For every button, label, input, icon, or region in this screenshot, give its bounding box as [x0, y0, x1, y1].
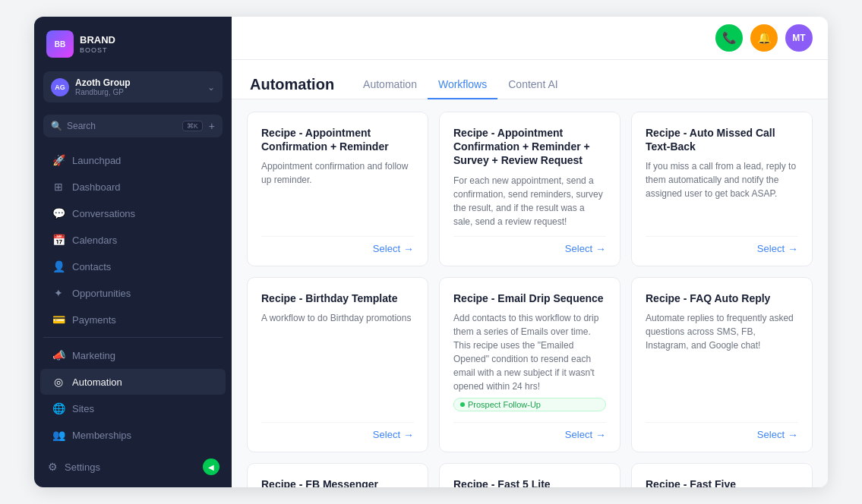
- recipe-desc: If you miss a call from a lead, reply to…: [646, 159, 798, 228]
- automation-icon: ◎: [52, 376, 65, 388]
- sidebar-item-launchpad[interactable]: 🚀 Launchpad: [40, 147, 226, 173]
- app-shell: BB BRAND BOOST AG Azoth Group Randburg, …: [34, 17, 828, 487]
- dashboard-icon: ⊞: [52, 181, 65, 193]
- search-box[interactable]: 🔍 Search ⌘K +: [43, 115, 223, 137]
- logo-icon: BB: [46, 30, 74, 58]
- cards-area: Recipe - Appointment Confirmation + Remi…: [232, 99, 828, 487]
- recipe-title: Recipe - Email Drip Sequence: [453, 291, 606, 305]
- settings-item[interactable]: ⚙ Settings: [46, 461, 100, 473]
- sidebar-item-label: Contacts: [72, 261, 111, 272]
- sidebar-item-memberships[interactable]: 👥 Memberships: [40, 422, 226, 448]
- main-content: 📞 🔔 MT Automation Automation Workflows C…: [232, 17, 828, 487]
- marketing-icon: 📣: [52, 349, 65, 361]
- recipe-title: Recipe - Auto Missed Call Text-Back: [646, 126, 798, 153]
- search-kbd: ⌘K: [182, 121, 203, 131]
- select-button[interactable]: Select →: [757, 243, 798, 255]
- sidebar-item-payments[interactable]: 💳 Payments: [40, 307, 226, 332]
- settings-label: Settings: [65, 461, 100, 473]
- recipe-desc: Automate replies to frequently asked que…: [646, 311, 798, 414]
- sidebar-item-contacts[interactable]: 👤 Contacts: [40, 254, 226, 279]
- settings-icon: ⚙: [46, 461, 58, 473]
- recipe-card: Recipe - FAQ Auto Reply Automate replies…: [631, 277, 813, 452]
- brand-sub: BOOST: [80, 46, 115, 54]
- cards-grid: Recipe - Appointment Confirmation + Remi…: [247, 112, 813, 487]
- tab-workflows[interactable]: Workflows: [428, 71, 497, 99]
- sidebar: BB BRAND BOOST AG Azoth Group Randburg, …: [34, 17, 232, 487]
- card-footer: Select →: [261, 236, 414, 255]
- tab-content-ai[interactable]: Content AI: [497, 71, 568, 99]
- recipe-desc: For each new appointment, send a confirm…: [453, 174, 606, 228]
- opportunities-icon: ✦: [52, 287, 65, 299]
- recipe-card: Recipe - Appointment Confirmation + Remi…: [439, 112, 620, 266]
- select-button[interactable]: Select →: [373, 429, 414, 441]
- user-avatar-button[interactable]: MT: [785, 24, 813, 52]
- recipe-title: Recipe - FAQ Auto Reply: [646, 291, 798, 305]
- recipe-title: Recipe - Fast 5 Lite: [453, 477, 606, 487]
- arrow-icon: →: [595, 243, 606, 255]
- search-placeholder: Search: [67, 121, 178, 131]
- recipe-card: Recipe - Fast Five The odds of closing a…: [631, 463, 813, 487]
- arrow-icon: →: [403, 429, 414, 441]
- notifications-button[interactable]: 🔔: [750, 24, 778, 52]
- recipe-card: Recipe - Appointment Confirmation + Remi…: [247, 112, 428, 266]
- sidebar-item-label: Opportunities: [72, 288, 131, 299]
- tabs: Automation Workflows Content AI: [352, 71, 569, 99]
- arrow-icon: →: [595, 429, 606, 441]
- sidebar-item-label: Marketing: [72, 350, 115, 361]
- payments-icon: 💳: [52, 313, 65, 326]
- select-button[interactable]: Select →: [565, 243, 606, 255]
- conversations-icon: 💬: [52, 207, 65, 219]
- add-icon[interactable]: +: [209, 120, 215, 132]
- sidebar-item-automation[interactable]: ◎ Automation: [40, 369, 226, 395]
- sidebar-footer: ⚙ Settings ◀: [34, 451, 232, 487]
- tag-dot: [460, 402, 465, 407]
- card-footer: Select →: [646, 236, 798, 255]
- recipe-title: Recipe - FB Messenger: [261, 477, 414, 487]
- sidebar-item-dashboard[interactable]: ⊞ Dashboard: [40, 174, 226, 200]
- arrow-icon: →: [788, 429, 798, 441]
- sidebar-item-label: Dashboard: [72, 181, 121, 193]
- sidebar-item-calendars[interactable]: 📅 Calendars: [40, 227, 226, 253]
- sidebar-item-marketing[interactable]: 📣 Marketing: [40, 342, 226, 368]
- collapse-sidebar-button[interactable]: ◀: [203, 458, 219, 475]
- phone-button[interactable]: 📞: [715, 24, 743, 52]
- recipe-desc: A workflow to do Birthday promotions: [261, 311, 414, 414]
- sidebar-item-label: Launchpad: [72, 155, 121, 166]
- arrow-icon: →: [788, 243, 798, 255]
- launchpad-icon: 🚀: [52, 154, 65, 166]
- sidebar-item-opportunities[interactable]: ✦ Opportunities: [40, 280, 226, 306]
- recipe-card: Recipe - Auto Missed Call Text-Back If y…: [631, 112, 813, 266]
- sidebar-item-sites[interactable]: 🌐 Sites: [40, 395, 226, 421]
- account-sub: Randburg, GP: [75, 88, 201, 96]
- collapse-icon: ◀: [208, 463, 214, 471]
- sites-icon: 🌐: [52, 402, 65, 414]
- account-selector[interactable]: AG Azoth Group Randburg, GP ⌄: [43, 71, 223, 102]
- search-icon: 🔍: [51, 121, 62, 131]
- recipe-card: Recipe - Birthday Template A workflow to…: [247, 277, 428, 452]
- recipe-card: Recipe - Email Drip Sequence Add contact…: [439, 277, 620, 452]
- sidebar-item-label: Memberships: [72, 430, 131, 441]
- tab-automation[interactable]: Automation: [352, 71, 428, 99]
- contacts-icon: 👤: [52, 260, 65, 272]
- select-button[interactable]: Select →: [757, 429, 798, 441]
- recipe-title: Recipe - Fast Five: [646, 477, 798, 487]
- prospect-tag: Prospect Follow-Up: [453, 398, 606, 411]
- select-button[interactable]: Select →: [373, 243, 414, 255]
- page-title: Automation: [250, 76, 334, 93]
- page-inner: Automation Automation Workflows Content …: [232, 60, 828, 487]
- brand-name: BRAND: [80, 34, 115, 46]
- memberships-icon: 👥: [52, 429, 65, 441]
- card-footer: Select →: [261, 422, 414, 441]
- recipe-desc: Appointment confirmation and follow up r…: [261, 159, 414, 228]
- sidebar-item-label: Sites: [72, 403, 94, 414]
- page-title-row: Automation Automation Workflows Content …: [250, 60, 810, 99]
- sidebar-item-label: Calendars: [72, 235, 117, 246]
- card-footer: Select →: [453, 422, 606, 441]
- recipe-card: Recipe - FB Messenger When an inbound FB…: [247, 463, 428, 487]
- recipe-title: Recipe - Birthday Template: [261, 291, 414, 305]
- select-button[interactable]: Select →: [565, 429, 606, 441]
- sidebar-item-conversations[interactable]: 💬 Conversations: [40, 200, 226, 226]
- calendars-icon: 📅: [52, 234, 65, 246]
- account-avatar: AG: [51, 78, 69, 96]
- sidebar-item-label: Automation: [72, 376, 122, 388]
